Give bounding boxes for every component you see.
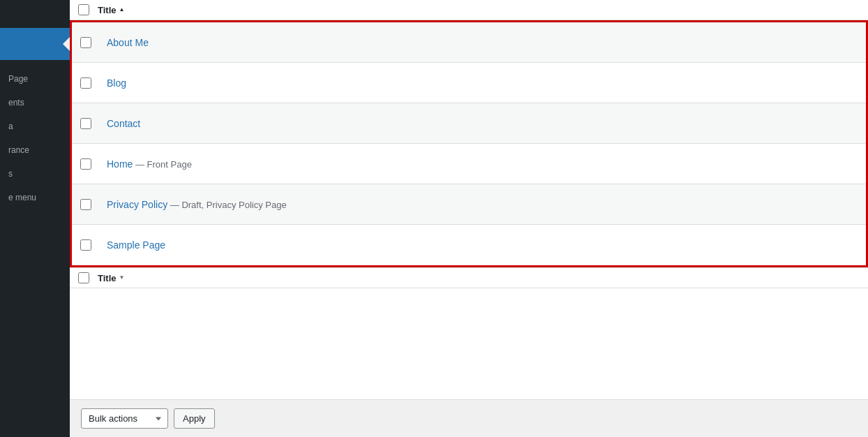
sidebar-arrow-indicator	[63, 37, 70, 51]
page-title-link-privacy-policy[interactable]: Privacy Policy	[107, 199, 167, 210]
apply-button[interactable]: Apply	[174, 408, 215, 429]
sort-arrows-top[interactable]: ▲	[119, 7, 125, 13]
sidebar-active-item[interactable]	[0, 28, 70, 60]
table-row: Home — Front Page	[72, 144, 866, 184]
bottom-toolbar: Bulk actions Edit Move to Trash Apply	[70, 399, 868, 437]
table-row: About Me	[72, 22, 866, 63]
table-row: Blog	[72, 63, 866, 103]
table-row: Privacy Policy — Draft, Privacy Policy P…	[72, 184, 866, 225]
sidebar-item-collapse-menu[interactable]: e menu	[0, 186, 70, 209]
row-checkbox-home[interactable]	[80, 158, 91, 170]
main-content: Title ▲ About Me	[70, 0, 868, 437]
sidebar-item-page[interactable]: Page	[0, 67, 70, 91]
sidebar-item-a[interactable]: a	[0, 114, 70, 138]
sidebar-item-appearance[interactable]: rance	[0, 138, 70, 162]
sort-down-arrow: ▼	[119, 275, 125, 281]
row-title-cell: Contact	[100, 110, 866, 138]
row-check-cell	[72, 77, 100, 89]
footer-check-cell	[70, 272, 98, 283]
select-all-checkbox-top[interactable]	[78, 4, 89, 15]
row-title-cell: About Me	[100, 29, 866, 57]
sidebar-items-list: Page ents a rance s e menu	[0, 67, 70, 209]
page-title-link-about-me[interactable]: About Me	[107, 37, 149, 48]
row-check-cell	[72, 239, 100, 251]
header-title-cell: Title ▲	[98, 5, 868, 15]
row-checkbox-sample-page[interactable]	[80, 239, 91, 251]
footer-title-label: Title	[98, 273, 117, 283]
row-checkbox-about-me[interactable]	[80, 37, 91, 48]
page-rows-highlighted: About Me Blog Contact	[70, 20, 868, 267]
table-footer-row: Title ▼	[70, 267, 868, 288]
sidebar: Page ents a rance s e menu	[0, 0, 70, 437]
page-title-link-home[interactable]: Home	[107, 158, 133, 170]
row-check-cell	[72, 158, 100, 170]
sort-arrows-bottom[interactable]: ▼	[119, 275, 125, 281]
table-row: Contact	[72, 103, 866, 144]
pages-table-wrapper: Title ▲ About Me	[70, 0, 868, 399]
row-checkbox-contact[interactable]	[80, 118, 91, 129]
sort-up-arrow: ▲	[119, 7, 125, 13]
row-check-cell	[72, 199, 100, 210]
page-title-link-contact[interactable]: Contact	[107, 118, 140, 129]
footer-title-cell: Title ▼	[98, 273, 868, 283]
page-meta-privacy-policy: — Draft, Privacy Policy Page	[170, 200, 287, 210]
sidebar-item-events[interactable]: ents	[0, 91, 70, 114]
row-checkbox-blog[interactable]	[80, 77, 91, 89]
select-all-checkbox-bottom[interactable]	[78, 272, 89, 283]
row-check-cell	[72, 118, 100, 129]
table-row: Sample Page	[72, 225, 866, 265]
header-check-cell	[70, 4, 98, 15]
row-check-cell	[72, 37, 100, 48]
row-title-cell: Blog	[100, 69, 866, 97]
page-meta-home: — Front Page	[135, 159, 192, 170]
row-checkbox-privacy-policy[interactable]	[80, 199, 91, 210]
page-title-link-blog[interactable]: Blog	[107, 77, 126, 89]
header-title-label: Title	[98, 5, 117, 15]
table-header-row: Title ▲	[70, 0, 868, 20]
bulk-actions-select[interactable]: Bulk actions Edit Move to Trash	[81, 408, 168, 429]
sidebar-item-s[interactable]: s	[0, 162, 70, 186]
page-title-link-sample-page[interactable]: Sample Page	[107, 239, 165, 251]
row-title-cell: Sample Page	[100, 231, 866, 259]
bulk-actions-wrapper: Bulk actions Edit Move to Trash	[81, 408, 168, 429]
row-title-cell: Privacy Policy — Draft, Privacy Policy P…	[100, 191, 866, 218]
row-title-cell: Home — Front Page	[100, 150, 866, 178]
